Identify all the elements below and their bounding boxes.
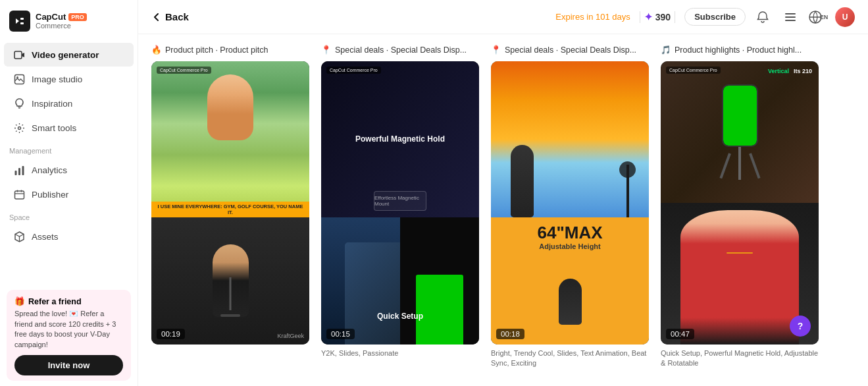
svg-rect-9 (14, 171, 16, 175)
category-text-3: Special deals · Special Deals Disp... (505, 45, 636, 55)
video-text-overlay-1: I USE MINE EVERYWHERE: GYM, GOLF COURSE,… (151, 202, 309, 217)
logo-pro-badge: PRO (68, 13, 87, 21)
its-210-text: Its 210 (794, 68, 812, 74)
phone-screen-4 (723, 86, 757, 146)
nav-item-image-studio[interactable]: Image studio (4, 67, 134, 91)
watermark-4: CapCut Commerce Pro (666, 67, 721, 74)
help-button[interactable]: ? (790, 316, 811, 337)
refer-description: Spread the love! 💌 Refer a friend and sc… (14, 309, 123, 350)
category-icon-3: 📍 (491, 45, 501, 55)
svg-rect-17 (785, 16, 796, 18)
video-card-4[interactable]: CapCut Commerce Pro Its 210 (661, 61, 819, 345)
video-grid-container: 🔥 Product pitch · Product pitch CapCut C… (138, 34, 868, 386)
nav-label-analytics: Analytics (32, 165, 67, 175)
refer-card: 🎁 Refer a friend Spread the love! 💌 Refe… (7, 290, 131, 381)
topbar: Back Expires in 101 days ✦ 390 Subscribe… (138, 0, 868, 34)
invite-button[interactable]: Invite now (14, 355, 123, 375)
logo-text: CapCut (36, 13, 66, 22)
video-tags-4: Quick Setup, Powerful Magnetic Hold, Adj… (661, 348, 819, 369)
video-column-1: 🔥 Product pitch · Product pitch CapCut C… (151, 45, 309, 375)
subscribe-button[interactable]: Subscribe (684, 8, 746, 26)
duration-badge-2: 00:15 (326, 329, 355, 339)
category-text-2: Special deals · Special Deals Disp... (335, 45, 467, 55)
vertical-text: Vertical (768, 68, 789, 74)
svg-rect-10 (18, 168, 20, 175)
nav-item-analytics[interactable]: Analytics (4, 158, 134, 182)
video-column-2: 📍 Special deals · Special Deals Disp... … (321, 45, 479, 375)
back-arrow-icon (151, 12, 162, 22)
nav-label-video-generator: Video generator (32, 50, 99, 60)
assets-icon (13, 231, 25, 242)
nav-item-publisher[interactable]: Publisher (4, 182, 134, 206)
category-icon-1: 🔥 (151, 45, 162, 55)
category-icon-4: 🎵 (661, 45, 671, 55)
duration-badge-4: 00:47 (666, 329, 694, 339)
refer-title: 🎁 Refer a friend (14, 296, 123, 306)
language-button[interactable]: EN (807, 7, 829, 28)
nav-item-video-generator[interactable]: Video generator (4, 43, 134, 67)
video-card-3[interactable]: CapCut Commerce Pro 64"MAX Adjus (491, 61, 649, 345)
menu-button[interactable] (780, 7, 801, 28)
nav-label-smart-tools: Smart tools (32, 123, 76, 133)
video-column-3: 📍 Special deals · Special Deals Disp... … (491, 45, 649, 375)
duration-badge-3: 00:18 (496, 329, 524, 339)
video-category-1: 🔥 Product pitch · Product pitch (151, 45, 309, 55)
watermark-1: CapCut Commerce Pro (157, 67, 211, 74)
watermark-2: CapCut Commerce Pro (326, 67, 381, 74)
credits-icon: ✦ (644, 11, 653, 23)
main-nav: Video generator Image studio Inspiration… (0, 40, 138, 285)
nav-label-image-studio: Image studio (32, 74, 82, 84)
category-text-4: Product highlights · Product highl... (675, 45, 802, 55)
big-text-3: 64"MAX (537, 224, 602, 241)
space-section-label: Space (0, 207, 138, 224)
product-text-2: Powerful Magnetic Hold (350, 134, 450, 144)
publisher-icon (13, 188, 25, 200)
video-category-4: 🎵 Product highlights · Product highl... (661, 45, 819, 55)
category-text-1: Product pitch · Product pitch (165, 45, 268, 55)
video-card-1[interactable]: CapCut Commerce Pro I USE MINE EVERYWHER… (151, 61, 309, 345)
nav-label-inspiration: Inspiration (32, 99, 72, 109)
analytics-icon (13, 164, 25, 176)
video-category-2: 📍 Special deals · Special Deals Disp... (321, 45, 479, 55)
back-button[interactable]: Back (151, 11, 189, 22)
management-section-label: Management (0, 140, 138, 157)
sidebar: CapCut PRO Commerce Video generator Imag… (0, 0, 138, 386)
video-tags-3: Bright, Trendy Cool, Slides, Text Animat… (491, 348, 649, 369)
notifications-button[interactable] (752, 7, 773, 28)
credits-badge: ✦ 390 (640, 11, 675, 23)
brand-watermark-1: KraftGeek (277, 333, 304, 339)
expires-text: Expires in 101 days (555, 12, 630, 22)
svg-rect-2 (20, 22, 24, 24)
category-icon-2: 📍 (321, 45, 332, 55)
logo-area: CapCut PRO Commerce (0, 0, 138, 40)
sub-text-3: Adjustable Height (539, 242, 601, 250)
image-studio-icon (13, 73, 25, 85)
gift-icon: 🎁 (14, 296, 25, 306)
svg-rect-11 (22, 166, 24, 175)
logo-icon (9, 11, 30, 32)
svg-rect-0 (13, 14, 26, 28)
credits-value: 390 (655, 12, 671, 22)
logo-sub: Commerce (36, 22, 87, 30)
nav-label-publisher: Publisher (32, 190, 68, 200)
inspiration-icon (13, 97, 25, 109)
video-tags-2: Y2K, Slides, Passionate (321, 348, 479, 358)
video-grid: 🔥 Product pitch · Product pitch CapCut C… (151, 45, 855, 375)
smart-tools-icon (13, 122, 25, 134)
user-avatar[interactable]: U (835, 7, 855, 27)
product-label-2: Effortless Magnetic Mount (374, 195, 426, 207)
video-generator-icon (13, 49, 25, 61)
quick-setup-text: Quick Setup (321, 310, 479, 321)
svg-rect-16 (785, 13, 796, 14)
svg-rect-1 (20, 18, 24, 20)
main-content: Back Expires in 101 days ✦ 390 Subscribe… (138, 0, 868, 386)
video-category-3: 📍 Special deals · Special Deals Disp... (491, 45, 649, 55)
duration-badge-1: 00:19 (157, 329, 185, 339)
nav-item-assets[interactable]: Assets (4, 225, 134, 248)
nav-label-assets: Assets (32, 232, 59, 242)
nav-item-smart-tools[interactable]: Smart tools (4, 116, 134, 140)
svg-rect-18 (785, 20, 796, 21)
nav-item-inspiration[interactable]: Inspiration (4, 92, 134, 115)
svg-rect-3 (14, 51, 22, 59)
video-card-2[interactable]: CapCut Commerce Pro Powerful Magnetic Ho… (321, 61, 479, 345)
